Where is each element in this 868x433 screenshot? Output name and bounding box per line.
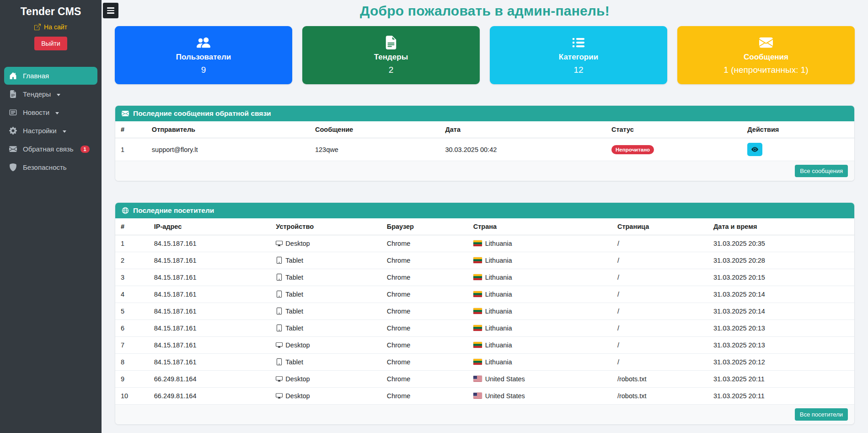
visitor-browser: Chrome <box>381 371 468 388</box>
stat-card-label: Категории <box>559 53 598 62</box>
visitor-datetime: 31.03.2025 20:14 <box>708 303 854 320</box>
message-actions-cell <box>742 138 854 161</box>
visitor-country-label: Lithuania <box>485 240 512 247</box>
visitor-datetime: 31.03.2025 20:35 <box>708 235 854 252</box>
visitor-datetime: 31.03.2025 20:15 <box>708 269 854 286</box>
messages-panel-title: Последние сообщения обратной связи <box>133 109 271 118</box>
desktop-icon <box>276 375 283 382</box>
view-message-button[interactable] <box>747 143 762 156</box>
visitor-page: / <box>612 320 708 337</box>
globe-icon <box>122 207 129 214</box>
visitor-country-cell: Lithuania <box>468 269 612 286</box>
visitor-browser: Chrome <box>381 252 468 269</box>
visitor-country-label: Lithuania <box>485 291 512 298</box>
visitor-browser: Chrome <box>381 303 468 320</box>
sidebar-item-security[interactable]: Безопасность <box>4 158 97 176</box>
all-visitors-button[interactable]: Все посетители <box>795 408 848 421</box>
visitor-row: 184.15.187.161DesktopChromeLithuania/31.… <box>115 235 854 252</box>
visitor-country-label: Lithuania <box>485 358 512 366</box>
sidebar-item-tenders[interactable]: Тендеры <box>4 85 97 103</box>
visitor-ip: 84.15.187.161 <box>149 354 271 371</box>
tablet-icon <box>276 257 283 264</box>
visitor-country-cell: Lithuania <box>468 320 612 337</box>
all-messages-button[interactable]: Все сообщения <box>795 165 848 177</box>
visitor-row: 684.15.187.161TabletChromeLithuania/31.0… <box>115 320 854 337</box>
sidebar-item-news[interactable]: Новости <box>4 103 97 121</box>
unread-count-badge: 1 <box>80 146 90 153</box>
visitor-ip: 66.249.81.164 <box>149 388 271 405</box>
visitor-datetime: 31.03.2025 20:28 <box>708 252 854 269</box>
stat-card-tenders[interactable]: Тендеры2 <box>302 26 480 84</box>
visitor-datetime: 31.03.2025 20:13 <box>708 337 854 354</box>
visitor-num: 5 <box>115 303 149 320</box>
stat-card-value: 12 <box>573 65 583 75</box>
visitor-page: /robots.txt <box>612 388 708 405</box>
visitor-datetime: 31.03.2025 20:11 <box>708 388 854 405</box>
visitor-browser: Chrome <box>381 235 468 252</box>
visitors-column-header: IP-адрес <box>149 218 271 235</box>
visitor-datetime: 31.03.2025 20:12 <box>708 354 854 371</box>
flag-lithuania-icon <box>473 308 482 314</box>
messages-panel: Последние сообщения обратной связи #Отпр… <box>115 105 855 181</box>
chevron-down-icon <box>55 112 59 114</box>
sidebar-item-settings[interactable]: Настройки <box>4 122 97 140</box>
visitor-country-cell: Lithuania <box>468 337 612 354</box>
sidebar: Tender CMS На сайт Выйти ГлавнаяТендерыН… <box>0 0 102 433</box>
sidebar-item-label: Настройки <box>23 127 57 135</box>
page-title: Добро пожаловать в админ-панель! <box>115 3 855 19</box>
visitors-panel-footer: Все посетители <box>115 405 854 424</box>
visitors-column-header: Страница <box>612 218 708 235</box>
envelope-icon <box>122 110 129 117</box>
flag-united-states-icon <box>473 376 482 382</box>
message-sender: support@flory.lt <box>146 138 310 161</box>
eye-icon <box>751 146 758 153</box>
flag-lithuania-icon <box>473 257 482 263</box>
sidebar-item-label: Тендеры <box>23 90 51 98</box>
visitor-country-label: Lithuania <box>485 308 512 315</box>
visitors-table: #IP-адресУстройствоБраузерСтранаСтраница… <box>115 218 854 405</box>
flag-lithuania-icon <box>473 291 482 297</box>
visitor-page: / <box>612 303 708 320</box>
sidebar-menu: ГлавнаяТендерыНовостиНастройкиОбратная с… <box>0 67 102 176</box>
visitor-row: 966.249.81.164DesktopChromeUnited States… <box>115 371 854 388</box>
stat-card-label: Сообщения <box>744 53 788 62</box>
visitor-ip: 84.15.187.161 <box>149 337 271 354</box>
stat-card-value: 1 (непрочитанных: 1) <box>723 65 808 75</box>
chevron-down-icon <box>63 130 66 133</box>
home-icon <box>9 72 17 80</box>
visitors-panel: Последние посетители #IP-адресУстройство… <box>115 202 855 425</box>
visitor-country-cell: Lithuania <box>468 354 612 371</box>
visitor-datetime: 31.03.2025 20:13 <box>708 320 854 337</box>
file-icon <box>383 36 399 49</box>
messages-panel-footer: Все сообщения <box>115 161 854 181</box>
stat-card-label: Тендеры <box>374 53 408 62</box>
flag-lithuania-icon <box>473 240 482 246</box>
visitor-num: 4 <box>115 286 149 303</box>
to-site-link-label: На сайт <box>44 23 67 31</box>
visitor-country-label: United States <box>485 375 525 383</box>
messages-column-header: Отправитель <box>146 121 310 138</box>
stat-card-messages[interactable]: Сообщения1 (непрочитанных: 1) <box>677 26 855 84</box>
visitor-country-cell: United States <box>468 371 612 388</box>
logout-button[interactable]: Выйти <box>34 37 67 50</box>
envelope-icon <box>9 145 17 153</box>
visitor-row: 284.15.187.161TabletChromeLithuania/31.0… <box>115 252 854 269</box>
stat-card-users[interactable]: Пользователи9 <box>115 26 292 84</box>
list-icon <box>571 36 586 49</box>
visitor-device-label: Tablet <box>285 358 303 366</box>
visitor-browser: Chrome <box>381 320 468 337</box>
stat-card-value: 9 <box>201 65 206 75</box>
sidebar-item-home[interactable]: Главная <box>4 67 97 85</box>
visitor-page: / <box>612 354 708 371</box>
messages-table: #ОтправительСообщениеДатаСтатусДействия … <box>115 121 854 161</box>
tablet-icon <box>276 325 283 331</box>
message-row: 1support@flory.lt123qwe30.03.2025 00:42Н… <box>115 138 854 161</box>
sidebar-item-feedback[interactable]: Обратная связь1 <box>4 140 97 158</box>
messages-column-header: Действия <box>742 121 854 138</box>
to-site-link[interactable]: На сайт <box>0 23 102 31</box>
sidebar-toggle-button[interactable] <box>103 3 118 18</box>
visitor-device-cell: Tablet <box>270 269 381 286</box>
stat-card-categories[interactable]: Категории12 <box>490 26 667 84</box>
users-icon <box>196 36 211 49</box>
sidebar-item-label: Главная <box>23 72 49 80</box>
